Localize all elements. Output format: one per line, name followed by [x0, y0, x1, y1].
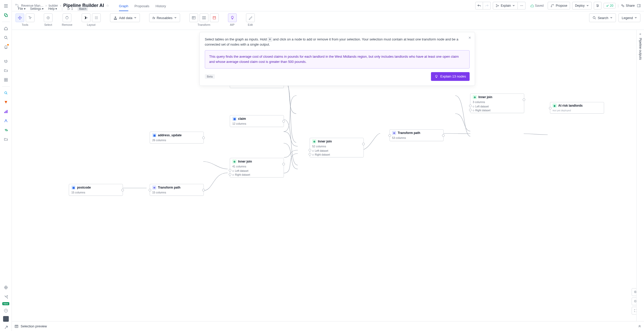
- transform-2-button[interactable]: [200, 13, 208, 22]
- explain-nodes-button[interactable]: Explain 13 nodes: [431, 72, 470, 81]
- tool-remove[interactable]: [63, 13, 71, 22]
- help-icon[interactable]: ?: [2, 307, 10, 315]
- reusables-button[interactable]: fxReusables: [149, 13, 180, 22]
- svg-rect-7: [5, 111, 6, 113]
- add-data-button[interactable]: Add data: [110, 13, 140, 22]
- svg-rect-47: [15, 325, 18, 328]
- svg-point-33: [97, 16, 98, 17]
- shuffle-icon[interactable]: [2, 293, 10, 301]
- aip-button[interactable]: [228, 13, 237, 22]
- pipeline-outputs-panel: « Pipeline outputs: [636, 30, 644, 321]
- propose-button[interactable]: Propose: [548, 2, 570, 10]
- folder-icon[interactable]: [2, 67, 10, 74]
- node-claim[interactable]: ▦claim 12 columns: [230, 115, 284, 127]
- node-join-1[interactable]: ⊕Inner join 41 columns Left dataset Righ…: [230, 158, 284, 177]
- node-transform-2[interactable]: ≋Transform path 53 columns: [389, 129, 444, 141]
- avatar[interactable]: [3, 316, 9, 322]
- app4-icon[interactable]: [2, 117, 10, 125]
- node-transform-1[interactable]: ≋Transform path 15 columns: [150, 184, 204, 196]
- globe-icon[interactable]: [2, 284, 10, 291]
- app-more-icon[interactable]: [2, 135, 10, 143]
- search-button[interactable]: Search: [589, 13, 616, 22]
- svg-rect-4: [6, 80, 7, 81]
- app-logo-icon[interactable]: [2, 11, 10, 19]
- tool-pointer[interactable]: [26, 13, 35, 22]
- panel-right-icon[interactable]: [637, 4, 641, 8]
- app1-icon[interactable]: [2, 89, 10, 97]
- search-icon[interactable]: [2, 34, 10, 41]
- new-badge: New: [2, 302, 9, 305]
- share-button[interactable]: Share: [621, 4, 635, 8]
- menu-file[interactable]: File ▾: [18, 7, 26, 11]
- node-join-3[interactable]: ⊕Inner join 3 columns Left dataset Right…: [470, 94, 524, 113]
- svg-rect-6: [4, 112, 5, 113]
- edit-button[interactable]: [246, 13, 255, 22]
- grid-icon[interactable]: [2, 76, 10, 84]
- tool-layout-tree[interactable]: [82, 13, 90, 22]
- deploy-button[interactable]: Deploy: [572, 2, 591, 10]
- explain-hint: Select tables on the graph as inputs. Ho…: [205, 37, 470, 47]
- svg-point-35: [96, 18, 97, 18]
- svg-point-18: [553, 4, 554, 5]
- tool-select[interactable]: [44, 13, 53, 22]
- menu-settings[interactable]: Settings ▾: [30, 7, 44, 11]
- tab-graph[interactable]: Graph: [119, 4, 128, 11]
- svg-rect-2: [6, 78, 7, 80]
- saved-status: Saved: [528, 4, 546, 8]
- explain-button[interactable]: Explain: [493, 2, 518, 10]
- collapse-icon[interactable]: «: [639, 32, 641, 36]
- selection-preview-label[interactable]: Selection preview: [21, 324, 47, 328]
- share-out-icon[interactable]: [2, 323, 10, 331]
- node-postcode[interactable]: ▦postcode 15 columns: [69, 184, 123, 196]
- svg-point-38: [96, 19, 97, 19]
- svg-point-36: [97, 18, 98, 18]
- svg-point-23: [67, 9, 68, 10]
- home-icon[interactable]: [2, 24, 10, 32]
- toolbar: Tools Select Remove Layout Add data fxRe…: [12, 11, 644, 30]
- node-address-update[interactable]: ▦address_update 26 columns: [150, 132, 204, 143]
- bell-icon[interactable]: [2, 43, 10, 51]
- legend-button[interactable]: Legend: [618, 13, 640, 22]
- star-icon[interactable]: ☆: [106, 4, 109, 7]
- app2-icon[interactable]: [2, 98, 10, 106]
- status-count-badge[interactable]: 20: [604, 3, 616, 9]
- transform-3-button[interactable]: [210, 13, 219, 22]
- undo-button[interactable]: [475, 2, 483, 10]
- graph-canvas[interactable]: ✕ Select tables on the graph as inputs. …: [12, 30, 644, 321]
- svg-point-32: [96, 16, 97, 17]
- node-join-2[interactable]: ⊕Inner join 52 columns Left dataset Righ…: [310, 138, 364, 157]
- svg-rect-12: [15, 4, 16, 5]
- branch-indicator[interactable]: 1: [67, 7, 73, 11]
- menu-help[interactable]: Help ▾: [48, 7, 57, 11]
- tool-move[interactable]: [15, 13, 24, 22]
- top-bar: Revenue Man… › builder › Pipeline Builde…: [12, 0, 644, 11]
- history-icon[interactable]: [2, 57, 10, 65]
- svg-text:?: ?: [5, 309, 6, 312]
- tab-proposals[interactable]: Proposals: [134, 4, 149, 11]
- svg-point-31: [95, 16, 96, 17]
- beta-badge: Beta: [205, 74, 215, 79]
- pipeline-outputs-label[interactable]: Pipeline outputs: [639, 38, 642, 60]
- app3-icon[interactable]: [2, 108, 10, 115]
- svg-point-14: [496, 4, 497, 5]
- explain-query: This query finds the average cost of clo…: [205, 50, 470, 68]
- svg-rect-41: [202, 16, 204, 19]
- more-button[interactable]: ⋯: [518, 2, 526, 10]
- svg-point-17: [551, 6, 552, 7]
- svg-point-39: [97, 19, 98, 19]
- tool-layout-grid[interactable]: [92, 13, 101, 22]
- close-icon[interactable]: ✕: [468, 36, 471, 40]
- settings-button[interactable]: [594, 2, 601, 10]
- node-output[interactable]: ◆At risk landlords Not yet deployed: [550, 102, 604, 114]
- svg-rect-3: [4, 80, 6, 81]
- svg-point-0: [4, 36, 7, 39]
- chevron-up-icon[interactable]: [638, 325, 641, 328]
- transform-1-button[interactable]: [189, 13, 198, 22]
- cloud-check-icon: [530, 4, 534, 8]
- hamburger-icon[interactable]: [2, 2, 10, 10]
- redo-button[interactable]: [483, 2, 491, 10]
- tab-history[interactable]: History: [156, 4, 166, 11]
- app5-icon[interactable]: [2, 126, 10, 134]
- svg-point-19: [622, 4, 623, 6]
- svg-rect-8: [7, 110, 7, 113]
